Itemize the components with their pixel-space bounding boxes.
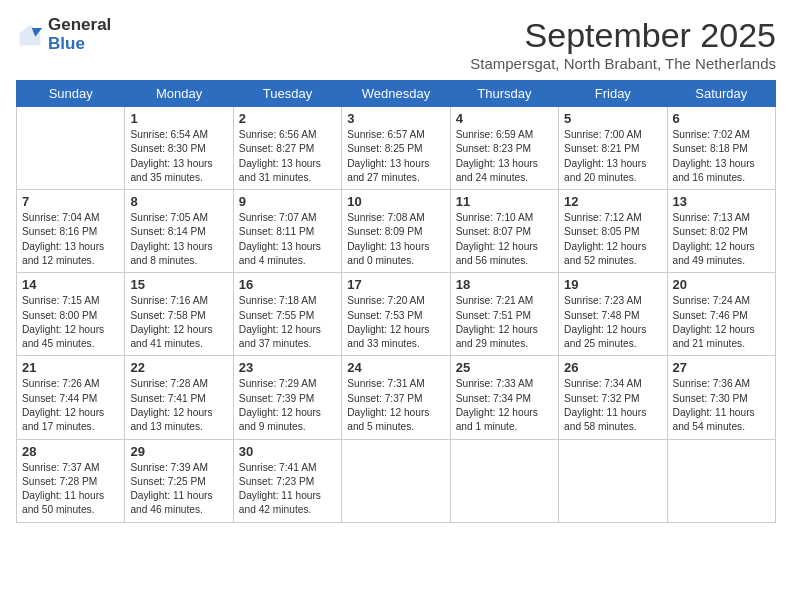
cell-info: Sunrise: 6:56 AM Sunset: 8:27 PM Dayligh…: [239, 128, 336, 185]
calendar-cell: [559, 439, 667, 522]
calendar-cell: 4Sunrise: 6:59 AM Sunset: 8:23 PM Daylig…: [450, 107, 558, 190]
day-number: 28: [22, 444, 119, 459]
day-number: 9: [239, 194, 336, 209]
calendar-week-row: 21Sunrise: 7:26 AM Sunset: 7:44 PM Dayli…: [17, 356, 776, 439]
cell-info: Sunrise: 7:34 AM Sunset: 7:32 PM Dayligh…: [564, 377, 661, 434]
calendar-cell: 19Sunrise: 7:23 AM Sunset: 7:48 PM Dayli…: [559, 273, 667, 356]
cell-info: Sunrise: 7:28 AM Sunset: 7:41 PM Dayligh…: [130, 377, 227, 434]
day-number: 30: [239, 444, 336, 459]
cell-info: Sunrise: 7:36 AM Sunset: 7:30 PM Dayligh…: [673, 377, 770, 434]
day-number: 7: [22, 194, 119, 209]
calendar-cell: 21Sunrise: 7:26 AM Sunset: 7:44 PM Dayli…: [17, 356, 125, 439]
logo-general: General: [48, 16, 111, 35]
day-number: 22: [130, 360, 227, 375]
day-number: 17: [347, 277, 444, 292]
day-number: 25: [456, 360, 553, 375]
calendar-cell: 16Sunrise: 7:18 AM Sunset: 7:55 PM Dayli…: [233, 273, 341, 356]
calendar-table: SundayMondayTuesdayWednesdayThursdayFrid…: [16, 80, 776, 523]
calendar-cell: [667, 439, 775, 522]
logo-text: General Blue: [48, 16, 111, 53]
calendar-cell: 27Sunrise: 7:36 AM Sunset: 7:30 PM Dayli…: [667, 356, 775, 439]
cell-info: Sunrise: 7:39 AM Sunset: 7:25 PM Dayligh…: [130, 461, 227, 518]
day-number: 1: [130, 111, 227, 126]
day-number: 5: [564, 111, 661, 126]
calendar-cell: 25Sunrise: 7:33 AM Sunset: 7:34 PM Dayli…: [450, 356, 558, 439]
day-number: 13: [673, 194, 770, 209]
calendar-week-row: 1Sunrise: 6:54 AM Sunset: 8:30 PM Daylig…: [17, 107, 776, 190]
cell-info: Sunrise: 7:05 AM Sunset: 8:14 PM Dayligh…: [130, 211, 227, 268]
calendar-cell: 24Sunrise: 7:31 AM Sunset: 7:37 PM Dayli…: [342, 356, 450, 439]
calendar-cell: [17, 107, 125, 190]
cell-info: Sunrise: 7:26 AM Sunset: 7:44 PM Dayligh…: [22, 377, 119, 434]
day-header-tuesday: Tuesday: [233, 81, 341, 107]
day-header-wednesday: Wednesday: [342, 81, 450, 107]
day-number: 11: [456, 194, 553, 209]
cell-info: Sunrise: 7:07 AM Sunset: 8:11 PM Dayligh…: [239, 211, 336, 268]
cell-info: Sunrise: 6:54 AM Sunset: 8:30 PM Dayligh…: [130, 128, 227, 185]
logo: General Blue: [16, 16, 111, 53]
calendar-cell: 22Sunrise: 7:28 AM Sunset: 7:41 PM Dayli…: [125, 356, 233, 439]
day-number: 27: [673, 360, 770, 375]
calendar-cell: 30Sunrise: 7:41 AM Sunset: 7:23 PM Dayli…: [233, 439, 341, 522]
month-title: September 2025: [470, 16, 776, 55]
cell-info: Sunrise: 7:41 AM Sunset: 7:23 PM Dayligh…: [239, 461, 336, 518]
day-number: 18: [456, 277, 553, 292]
cell-info: Sunrise: 7:31 AM Sunset: 7:37 PM Dayligh…: [347, 377, 444, 434]
cell-info: Sunrise: 7:10 AM Sunset: 8:07 PM Dayligh…: [456, 211, 553, 268]
calendar-header-row: SundayMondayTuesdayWednesdayThursdayFrid…: [17, 81, 776, 107]
calendar-cell: [450, 439, 558, 522]
calendar-week-row: 7Sunrise: 7:04 AM Sunset: 8:16 PM Daylig…: [17, 190, 776, 273]
calendar-cell: 2Sunrise: 6:56 AM Sunset: 8:27 PM Daylig…: [233, 107, 341, 190]
calendar-cell: 7Sunrise: 7:04 AM Sunset: 8:16 PM Daylig…: [17, 190, 125, 273]
day-number: 26: [564, 360, 661, 375]
cell-info: Sunrise: 7:08 AM Sunset: 8:09 PM Dayligh…: [347, 211, 444, 268]
cell-info: Sunrise: 7:21 AM Sunset: 7:51 PM Dayligh…: [456, 294, 553, 351]
calendar-cell: 9Sunrise: 7:07 AM Sunset: 8:11 PM Daylig…: [233, 190, 341, 273]
cell-info: Sunrise: 7:23 AM Sunset: 7:48 PM Dayligh…: [564, 294, 661, 351]
logo-icon: [16, 21, 44, 49]
day-header-saturday: Saturday: [667, 81, 775, 107]
day-number: 15: [130, 277, 227, 292]
calendar-cell: 20Sunrise: 7:24 AM Sunset: 7:46 PM Dayli…: [667, 273, 775, 356]
day-header-thursday: Thursday: [450, 81, 558, 107]
calendar-cell: 14Sunrise: 7:15 AM Sunset: 8:00 PM Dayli…: [17, 273, 125, 356]
day-header-friday: Friday: [559, 81, 667, 107]
calendar-week-row: 14Sunrise: 7:15 AM Sunset: 8:00 PM Dayli…: [17, 273, 776, 356]
cell-info: Sunrise: 7:13 AM Sunset: 8:02 PM Dayligh…: [673, 211, 770, 268]
calendar-cell: 26Sunrise: 7:34 AM Sunset: 7:32 PM Dayli…: [559, 356, 667, 439]
calendar-cell: [342, 439, 450, 522]
cell-info: Sunrise: 7:04 AM Sunset: 8:16 PM Dayligh…: [22, 211, 119, 268]
day-number: 3: [347, 111, 444, 126]
day-header-sunday: Sunday: [17, 81, 125, 107]
calendar-cell: 8Sunrise: 7:05 AM Sunset: 8:14 PM Daylig…: [125, 190, 233, 273]
day-number: 8: [130, 194, 227, 209]
cell-info: Sunrise: 6:59 AM Sunset: 8:23 PM Dayligh…: [456, 128, 553, 185]
day-number: 2: [239, 111, 336, 126]
day-header-monday: Monday: [125, 81, 233, 107]
day-number: 20: [673, 277, 770, 292]
calendar-cell: 12Sunrise: 7:12 AM Sunset: 8:05 PM Dayli…: [559, 190, 667, 273]
cell-info: Sunrise: 7:15 AM Sunset: 8:00 PM Dayligh…: [22, 294, 119, 351]
day-number: 23: [239, 360, 336, 375]
day-number: 21: [22, 360, 119, 375]
calendar-cell: 28Sunrise: 7:37 AM Sunset: 7:28 PM Dayli…: [17, 439, 125, 522]
calendar-cell: 23Sunrise: 7:29 AM Sunset: 7:39 PM Dayli…: [233, 356, 341, 439]
cell-info: Sunrise: 7:02 AM Sunset: 8:18 PM Dayligh…: [673, 128, 770, 185]
title-section: September 2025 Stampersgat, North Braban…: [470, 16, 776, 72]
calendar-cell: 11Sunrise: 7:10 AM Sunset: 8:07 PM Dayli…: [450, 190, 558, 273]
calendar-cell: 1Sunrise: 6:54 AM Sunset: 8:30 PM Daylig…: [125, 107, 233, 190]
calendar-cell: 17Sunrise: 7:20 AM Sunset: 7:53 PM Dayli…: [342, 273, 450, 356]
calendar-cell: 15Sunrise: 7:16 AM Sunset: 7:58 PM Dayli…: [125, 273, 233, 356]
calendar-cell: 3Sunrise: 6:57 AM Sunset: 8:25 PM Daylig…: [342, 107, 450, 190]
day-number: 10: [347, 194, 444, 209]
cell-info: Sunrise: 7:37 AM Sunset: 7:28 PM Dayligh…: [22, 461, 119, 518]
cell-info: Sunrise: 7:20 AM Sunset: 7:53 PM Dayligh…: [347, 294, 444, 351]
page-header: General Blue September 2025 Stampersgat,…: [16, 16, 776, 72]
cell-info: Sunrise: 7:18 AM Sunset: 7:55 PM Dayligh…: [239, 294, 336, 351]
calendar-cell: 29Sunrise: 7:39 AM Sunset: 7:25 PM Dayli…: [125, 439, 233, 522]
calendar-cell: 6Sunrise: 7:02 AM Sunset: 8:18 PM Daylig…: [667, 107, 775, 190]
day-number: 6: [673, 111, 770, 126]
cell-info: Sunrise: 7:16 AM Sunset: 7:58 PM Dayligh…: [130, 294, 227, 351]
calendar-cell: 18Sunrise: 7:21 AM Sunset: 7:51 PM Dayli…: [450, 273, 558, 356]
calendar-cell: 13Sunrise: 7:13 AM Sunset: 8:02 PM Dayli…: [667, 190, 775, 273]
